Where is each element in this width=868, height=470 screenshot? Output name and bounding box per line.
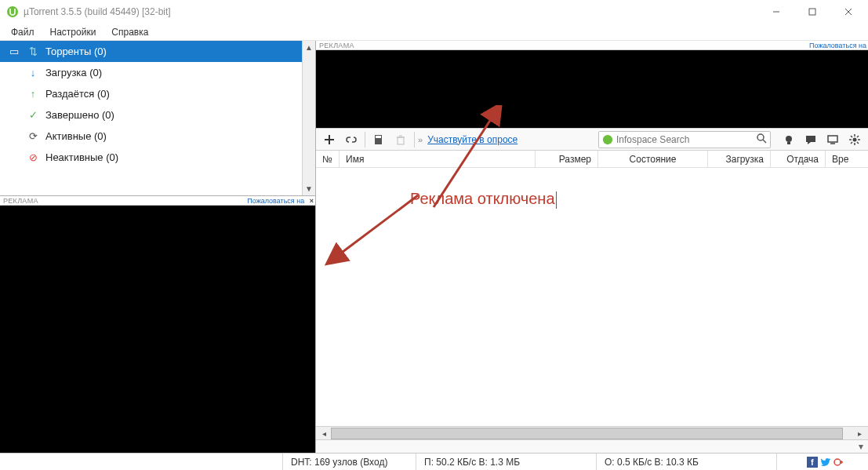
sidebar-item-seeding[interactable]: ↑ Раздаётся (0) bbox=[0, 83, 302, 104]
col-name[interactable]: Имя bbox=[340, 151, 536, 167]
sidebar-label: Торренты (0) bbox=[45, 46, 107, 57]
expand-panel-button[interactable]: ▾ bbox=[316, 439, 868, 453]
status-bar: DHT: 169 узлов (Вход) П: 50.2 КБ/с В: 1.… bbox=[0, 453, 868, 470]
scroll-up-icon[interactable]: ▲ bbox=[303, 41, 315, 54]
svg-marker-18 bbox=[808, 142, 811, 144]
scroll-left-icon[interactable]: ◂ bbox=[318, 428, 331, 439]
svg-line-33 bbox=[340, 195, 418, 254]
svg-point-21 bbox=[853, 137, 857, 141]
toolbar: » Участвуйте в опросе bbox=[316, 129, 868, 151]
svg-rect-19 bbox=[828, 136, 837, 142]
utorrent-logo-icon bbox=[602, 134, 613, 145]
ad-label-top: РЕКЛАМА Пожаловаться на bbox=[316, 41, 868, 50]
ad-label-text: РЕКЛАМА bbox=[3, 197, 38, 205]
scroll-down-icon[interactable]: ▼ bbox=[303, 182, 315, 195]
sidebar-item-inactive[interactable]: ⊘ Неактивные (0) bbox=[0, 147, 302, 168]
menu-settings[interactable]: Настройки bbox=[42, 25, 104, 39]
col-size[interactable]: Размер bbox=[536, 151, 598, 167]
survey-link[interactable]: Участвуйте в опросе bbox=[427, 134, 518, 145]
menu-help[interactable]: Справка bbox=[104, 25, 156, 39]
sidebar-item-completed[interactable]: ✓ Завершено (0) bbox=[0, 104, 302, 126]
svg-rect-16 bbox=[787, 142, 790, 144]
horizontal-scrollbar[interactable]: ◂ ▸ bbox=[316, 426, 868, 439]
twitter-icon[interactable] bbox=[820, 457, 831, 468]
sidebar-label: Активные (0) bbox=[45, 130, 107, 142]
inactive-icon: ⊘ bbox=[27, 151, 39, 163]
scroll-thumb[interactable] bbox=[331, 428, 843, 439]
sidebar-label: Загрузка (0) bbox=[45, 67, 102, 78]
chat-icon[interactable] bbox=[801, 130, 821, 149]
ad-block-top bbox=[316, 50, 868, 128]
torrent-list-area: Реклама отключена bbox=[316, 168, 868, 426]
menubar: Файл Настройки Справка bbox=[0, 24, 868, 41]
ad-complain-link[interactable]: Пожаловаться на bbox=[809, 42, 866, 49]
svg-line-27 bbox=[857, 142, 859, 144]
svg-rect-8 bbox=[376, 136, 381, 138]
add-torrent-button[interactable] bbox=[319, 130, 340, 149]
utorrent-logo-icon bbox=[6, 5, 19, 18]
sidebar-scrollbar[interactable]: ▲ ▼ bbox=[302, 41, 315, 195]
minimize-button[interactable] bbox=[758, 0, 794, 24]
col-upload[interactable]: Отдача bbox=[771, 151, 826, 167]
google-icon[interactable] bbox=[833, 457, 844, 468]
col-time[interactable]: Вре bbox=[826, 151, 868, 167]
svg-line-14 bbox=[763, 140, 766, 143]
close-button[interactable] bbox=[830, 0, 866, 24]
separator bbox=[365, 132, 365, 148]
ad-close-icon[interactable]: × bbox=[310, 197, 314, 205]
maximize-button[interactable] bbox=[794, 0, 830, 24]
download-icon: ↓ bbox=[27, 67, 39, 78]
svg-point-12 bbox=[603, 134, 612, 144]
settings-icon[interactable] bbox=[844, 130, 865, 149]
svg-line-29 bbox=[851, 142, 852, 144]
check-icon: ✓ bbox=[27, 109, 39, 121]
social-icons: f bbox=[807, 457, 844, 468]
add-url-button[interactable] bbox=[341, 130, 361, 149]
search-icon[interactable] bbox=[756, 133, 767, 146]
bulb-icon[interactable] bbox=[779, 130, 799, 149]
remote-icon[interactable] bbox=[823, 130, 843, 149]
sidebar-item-active[interactable]: ⟳ Активные (0) bbox=[0, 126, 302, 147]
status-dht: DHT: 169 узлов (Вход) bbox=[282, 454, 416, 470]
sidebar-tree: ▭ ⇅ Торренты (0) ↓ Загрузка (0) ↑ Раздаё… bbox=[0, 41, 302, 195]
annotation-text: Реклама отключена bbox=[410, 190, 557, 209]
ad-complain-link[interactable]: Пожаловаться на bbox=[247, 197, 304, 205]
titlebar: µTorrent 3.5.5 (build 45449) [32-bit] bbox=[0, 0, 868, 24]
create-torrent-button[interactable] bbox=[369, 130, 389, 149]
more-icon[interactable]: » bbox=[418, 135, 423, 144]
col-state[interactable]: Состояние bbox=[598, 151, 708, 167]
svg-rect-17 bbox=[806, 136, 815, 142]
menu-file[interactable]: Файл bbox=[3, 25, 42, 39]
search-input[interactable] bbox=[616, 134, 756, 145]
ad-block-left bbox=[0, 206, 315, 453]
ad-label-left: РЕКЛАМА Пожаловаться на × bbox=[0, 196, 315, 206]
active-icon: ⟳ bbox=[27, 130, 39, 142]
torrents-icon: ⇅ bbox=[27, 46, 39, 57]
status-up: О: 0.5 КБ/с В: 10.3 КБ bbox=[596, 454, 776, 470]
svg-rect-2 bbox=[809, 9, 815, 15]
status-down: П: 50.2 КБ/с В: 1.3 МБ bbox=[416, 454, 596, 470]
table-header: № Имя Размер Состояние Загрузка Отдача В… bbox=[316, 151, 868, 168]
sidebar-item-torrents[interactable]: ▭ ⇅ Торренты (0) bbox=[0, 41, 302, 62]
chevron-down-icon: ▾ bbox=[859, 441, 863, 452]
svg-text:f: f bbox=[811, 457, 814, 467]
sidebar-label: Неактивные (0) bbox=[45, 151, 118, 163]
svg-line-28 bbox=[857, 136, 859, 137]
sidebar-label: Раздаётся (0) bbox=[45, 88, 110, 100]
scroll-right-icon[interactable]: ▸ bbox=[853, 428, 866, 439]
separator bbox=[414, 132, 415, 148]
col-num[interactable]: № bbox=[316, 151, 340, 167]
svg-line-26 bbox=[851, 136, 852, 137]
search-box[interactable] bbox=[598, 131, 771, 148]
upload-icon: ↑ bbox=[27, 88, 39, 100]
window-title: µTorrent 3.5.5 (build 45449) [32-bit] bbox=[24, 6, 758, 17]
facebook-icon[interactable]: f bbox=[807, 457, 818, 468]
svg-point-13 bbox=[757, 134, 764, 140]
delete-button[interactable] bbox=[390, 130, 411, 149]
svg-point-15 bbox=[786, 136, 792, 142]
sidebar-item-downloading[interactable]: ↓ Загрузка (0) bbox=[0, 62, 302, 83]
col-download[interactable]: Загрузка bbox=[708, 151, 771, 167]
svg-rect-9 bbox=[398, 137, 404, 144]
svg-point-0 bbox=[7, 6, 18, 17]
ad-label-text: РЕКЛАМА bbox=[319, 42, 354, 49]
